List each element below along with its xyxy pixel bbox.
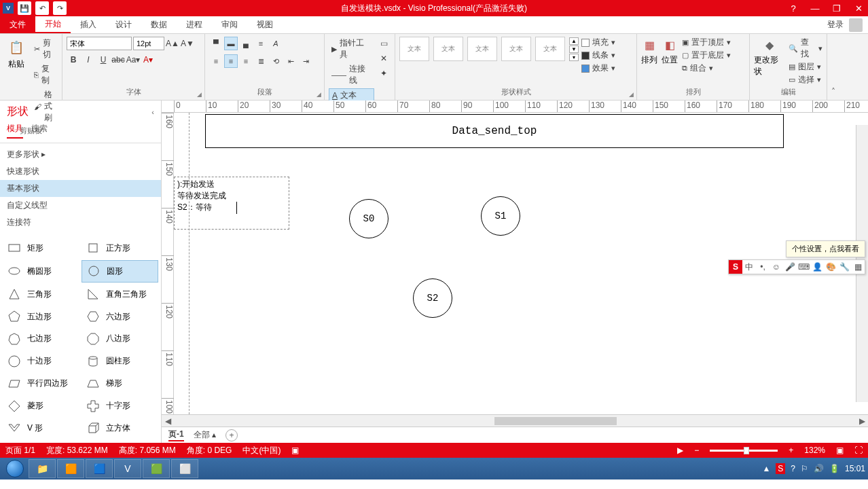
shape-rtri[interactable]: 直角三角形 bbox=[82, 284, 159, 305]
shrink-font-button[interactable]: A▼ bbox=[181, 37, 194, 50]
tab-design[interactable]: 设计 bbox=[106, 16, 141, 33]
tab-home[interactable]: 开始 bbox=[35, 16, 71, 33]
layer-button[interactable]: ▤ 图层 ▾ bbox=[789, 61, 822, 73]
style-item-2[interactable]: 文本 bbox=[433, 37, 463, 61]
cat-more-shapes[interactable]: 更多形状 ▸ bbox=[0, 146, 161, 163]
horizontal-scrollbar[interactable]: ◀ ▶ bbox=[162, 414, 868, 427]
arrange-button[interactable]: ▦排列 bbox=[641, 37, 657, 74]
shape-oct[interactable]: 八边形 bbox=[82, 329, 159, 350]
close-button[interactable]: ✕ bbox=[849, 0, 868, 16]
find-button[interactable]: 🔍 查找 ▾ bbox=[789, 37, 822, 60]
italic-button[interactable]: I bbox=[82, 53, 95, 67]
style-item-1[interactable]: 文本 bbox=[399, 37, 429, 61]
text-direction-button[interactable]: ⟲ bbox=[269, 54, 283, 68]
taskbar-visio[interactable]: V bbox=[114, 459, 141, 478]
style-item-3[interactable]: 文本 bbox=[467, 37, 497, 61]
tray-show-hidden-icon[interactable]: ▲ bbox=[762, 464, 770, 473]
effect-button[interactable]: 效果 ▾ bbox=[581, 62, 615, 74]
ime-toolbar[interactable]: S 中 •, ☺ 🎤 ⌨ 👤 🎨 🔧 ▦ bbox=[728, 259, 865, 274]
ime-tooltip[interactable]: 个性设置，点我看看 bbox=[786, 240, 865, 257]
help-button[interactable]: ? bbox=[784, 0, 803, 16]
qat-undo[interactable]: ↶ bbox=[35, 1, 49, 15]
tab-view[interactable]: 视图 bbox=[247, 16, 283, 33]
shape-hept[interactable]: 七边形 bbox=[3, 329, 80, 350]
ime-emoji-button[interactable]: ☺ bbox=[770, 260, 783, 274]
tray-volume-icon[interactable]: 🔊 bbox=[814, 464, 824, 473]
style-item-5[interactable]: 文本 bbox=[535, 37, 565, 61]
ime-lang-button[interactable]: 中 bbox=[742, 260, 756, 274]
strike-button[interactable]: abc bbox=[111, 53, 125, 67]
ime-skin-button[interactable]: 🎨 bbox=[824, 260, 837, 274]
taskbar-app3[interactable]: 🟦 bbox=[86, 459, 113, 478]
page-tab-all[interactable]: 全部 ▴ bbox=[194, 429, 216, 441]
shape-diam[interactable]: 菱形 bbox=[3, 395, 80, 416]
shape-v[interactable]: V 形 bbox=[3, 418, 80, 439]
shape-s2[interactable]: S2 bbox=[413, 278, 452, 318]
ime-user-button[interactable]: 👤 bbox=[810, 260, 824, 274]
shape-para[interactable]: 平行四边形 bbox=[3, 373, 80, 394]
styles-dialog-launcher[interactable]: ◢ bbox=[627, 90, 635, 98]
shape-tri[interactable]: 三角形 bbox=[3, 284, 80, 305]
shape-rect[interactable]: 矩形 bbox=[3, 238, 80, 259]
copy-button[interactable]: ⎘ 复制 bbox=[31, 62, 58, 87]
position-button[interactable]: ◧位置 bbox=[662, 37, 678, 74]
shape-ellipse[interactable]: 椭圆形 bbox=[3, 260, 80, 283]
format-painter-button[interactable]: 🖌 格式刷 bbox=[31, 88, 58, 124]
shape-cross[interactable]: 十字形 bbox=[82, 395, 159, 416]
tray-ime-icon[interactable]: S bbox=[776, 463, 785, 474]
shapes-collapse-button[interactable]: ‹ bbox=[151, 108, 154, 116]
tray-battery-icon[interactable]: 🔋 bbox=[829, 464, 839, 473]
ime-logo-icon[interactable]: S bbox=[729, 260, 742, 274]
group-button[interactable]: ⧉ 组合 ▾ bbox=[682, 62, 731, 74]
cat-quick-shapes[interactable]: 快速形状 bbox=[0, 163, 161, 180]
font-size-combo[interactable]: 12pt bbox=[133, 37, 164, 50]
connect-point-button[interactable]: ✦ bbox=[377, 67, 391, 80]
x-tool-button[interactable]: ✕ bbox=[377, 52, 391, 65]
font-name-combo[interactable]: 宋体 bbox=[67, 37, 132, 50]
file-tab[interactable]: 文件 bbox=[0, 16, 35, 33]
align-left-button[interactable]: ≡ bbox=[209, 54, 223, 68]
gallery-up-icon[interactable]: ▲ bbox=[569, 37, 579, 45]
pointer-tool-button[interactable]: ▶ 指针工具 bbox=[329, 37, 374, 61]
cat-custom-line[interactable]: 自定义线型 bbox=[0, 197, 161, 214]
select-button[interactable]: ▭ 选择 ▾ bbox=[789, 74, 822, 86]
align-middle-button[interactable]: ▬ bbox=[224, 37, 238, 50]
cat-connectors[interactable]: 连接符 bbox=[0, 214, 161, 231]
align-right-button[interactable]: ≡ bbox=[239, 54, 253, 68]
tab-insert[interactable]: 插入 bbox=[71, 16, 106, 33]
font-dialog-launcher[interactable]: ◢ bbox=[195, 90, 203, 98]
paste-button[interactable]: 📋粘贴 bbox=[4, 37, 29, 71]
clear-format-button[interactable]: A bbox=[269, 37, 283, 50]
shape-cube[interactable]: 立方体 bbox=[82, 418, 159, 439]
align-center-button[interactable]: ≡ bbox=[224, 54, 238, 68]
bring-front-button[interactable]: ▣ 置于顶层 ▾ bbox=[682, 37, 731, 48]
zoom-slider[interactable] bbox=[710, 450, 778, 452]
shape-data-send-top[interactable]: Data_send_top bbox=[205, 114, 784, 148]
shape-circle[interactable]: 圆形 bbox=[82, 260, 159, 283]
cut-button[interactable]: ✂ 剪切 bbox=[31, 37, 58, 61]
shape-pent[interactable]: 五边形 bbox=[3, 306, 80, 327]
shape-hex[interactable]: 六边形 bbox=[82, 306, 159, 327]
shape-square[interactable]: 正方形 bbox=[82, 238, 159, 259]
line-button[interactable]: 线条 ▾ bbox=[581, 50, 615, 61]
zoom-out-button[interactable]: − bbox=[694, 446, 699, 455]
macro-record-icon[interactable]: ▣ bbox=[291, 446, 299, 455]
shape-dec[interactable]: 十边形 bbox=[3, 350, 80, 372]
tray-clock[interactable]: 15:01 bbox=[845, 464, 865, 473]
tray-help-icon[interactable]: ? bbox=[791, 464, 795, 473]
bullets-button[interactable]: ≡ bbox=[254, 37, 268, 50]
gallery-down-icon[interactable]: ▼ bbox=[569, 46, 579, 53]
user-avatar-icon[interactable] bbox=[849, 18, 863, 32]
minimize-button[interactable]: — bbox=[806, 0, 825, 16]
shape-s0[interactable]: S0 bbox=[349, 199, 388, 238]
justify-button[interactable]: ≣ bbox=[254, 54, 268, 68]
status-language[interactable]: 中文(中国) bbox=[242, 445, 281, 456]
scroll-right-icon[interactable]: ▶ bbox=[856, 415, 868, 427]
cat-basic-shapes[interactable]: 基本形状 bbox=[0, 180, 161, 197]
text-edit-box[interactable]: ):开始发送 等待发送完成 S2：等待 bbox=[174, 177, 289, 230]
zoom-level[interactable]: 132% bbox=[804, 446, 825, 455]
style-item-4[interactable]: 文本 bbox=[501, 37, 531, 61]
presentation-icon[interactable]: ▶ bbox=[677, 446, 683, 455]
bold-button[interactable]: B bbox=[67, 53, 80, 67]
add-page-button[interactable]: + bbox=[225, 429, 238, 441]
